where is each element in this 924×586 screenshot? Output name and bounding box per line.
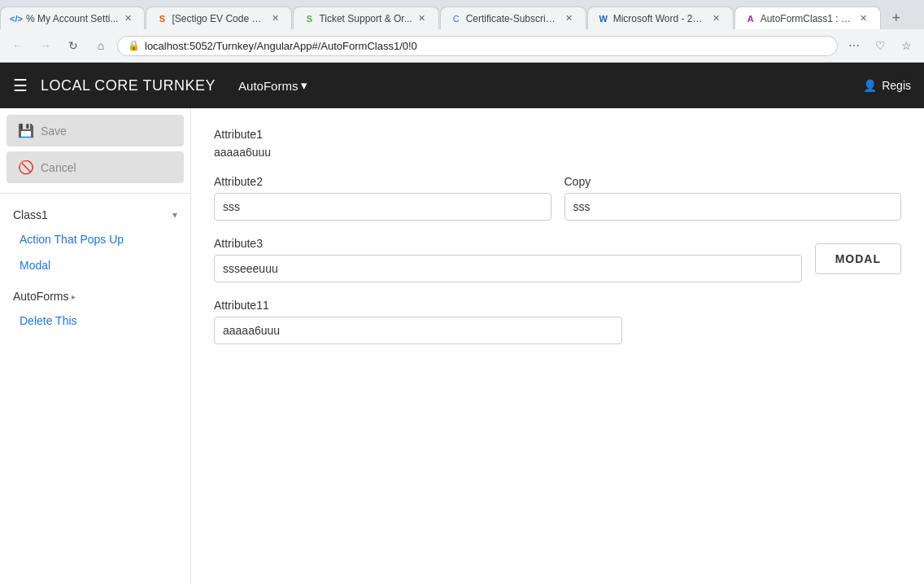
user-label: Regis	[882, 79, 911, 92]
modal-btn-col: MODAL	[815, 243, 901, 276]
modal-button[interactable]: MODAL	[815, 243, 901, 274]
class1-header[interactable]: Class1 ▾	[7, 203, 184, 226]
app-title: LOCAL CORE TURNKEY	[41, 77, 216, 94]
attribute2-row: Attribute2 Copy	[214, 175, 901, 221]
class1-arrow: ▾	[172, 209, 177, 221]
modal-label: Modal	[20, 259, 50, 272]
attribute1-value: aaaaa6uuu	[214, 146, 901, 159]
user-area: 👤 Regis	[863, 79, 911, 92]
tab-icon-1: </>	[11, 13, 22, 24]
attribute11-label: Attribute11	[214, 299, 901, 312]
tab-label-5: Microsoft Word - 2018-1...	[613, 13, 707, 24]
sidebar-item-delete[interactable]: Delete This	[7, 308, 184, 334]
tab-label-4: Certificate-Subscriber-A...	[466, 13, 560, 24]
sidebar-item-action-popup[interactable]: Action That Pops Up	[7, 226, 184, 252]
tab-icon-6: A	[745, 13, 756, 24]
attribute1-row: Attribute1 aaaaa6uuu	[214, 128, 901, 159]
cancel-button[interactable]: 🚫 Cancel	[7, 151, 184, 183]
more-button[interactable]: ⋯	[843, 34, 865, 57]
autoforms-nav-label: AutoForms	[238, 79, 298, 93]
url-bar[interactable]: 🔒 localhost:5052/Turnkey/AngularApp#/Aut…	[117, 36, 838, 56]
attribute2-input[interactable]	[214, 193, 551, 221]
tab-label-6: AutoFormClass1 : Cl...	[761, 13, 854, 24]
delete-label: Delete This	[20, 314, 77, 327]
new-tab-button[interactable]: +	[885, 7, 908, 29]
autoforms-subgroup-label: AutoForms	[13, 290, 68, 303]
autoforms-nav-arrow: ▾	[301, 78, 307, 93]
tab-close-5[interactable]: ✕	[710, 12, 723, 25]
tab-close-3[interactable]: ✕	[416, 12, 429, 25]
lock-icon: 🔒	[128, 40, 140, 51]
browser-chrome: </> % My Account Setti... ✕ S [Sectigo E…	[0, 0, 924, 63]
attribute3-input[interactable]	[214, 255, 802, 282]
forward-button[interactable]: →	[34, 34, 57, 57]
hamburger-icon[interactable]: ☰	[13, 76, 28, 95]
tab-icon-4: C	[451, 13, 462, 24]
tab-autoform[interactable]: A AutoFormClass1 : Cl... ✕	[734, 7, 881, 29]
tab-certificate[interactable]: C Certificate-Subscriber-A... ✕	[440, 7, 586, 29]
autoforms-nav-menu[interactable]: AutoForms ▾	[229, 73, 317, 98]
url-text: localhost:5052/Turnkey/AngularApp#/AutoF…	[145, 40, 417, 52]
attribute2-col: Attribute2	[214, 175, 551, 221]
attribute3-row: Attribute3 MODAL	[214, 237, 901, 282]
tab-label-1: % My Account Setti...	[26, 13, 118, 24]
sidebar-actions: 💾 Save 🚫 Cancel	[0, 108, 190, 190]
copy-label: Copy	[564, 175, 902, 188]
tab-ticket[interactable]: S Ticket Support & Or... ✕	[293, 7, 438, 29]
tab-label-3: Ticket Support & Or...	[319, 13, 412, 24]
autoforms-subgroup-header[interactable]: AutoForms ▸	[7, 285, 184, 308]
app: ☰ LOCAL CORE TURNKEY AutoForms ▾ 👤 Regis…	[0, 63, 924, 584]
tab-icon-3: S	[303, 13, 315, 24]
tab-close-1[interactable]: ✕	[121, 12, 134, 25]
sidebar-item-modal[interactable]: Modal	[7, 252, 184, 278]
user-icon: 👤	[863, 79, 877, 92]
attribute11-input[interactable]	[214, 317, 622, 344]
browser-actions: ⋯ ♡ ☆	[843, 34, 917, 57]
cancel-icon: 🚫	[18, 160, 34, 175]
attribute2-label: Attribute2	[214, 175, 551, 188]
save-button[interactable]: 💾 Save	[7, 115, 184, 146]
save-label: Save	[41, 125, 67, 138]
refresh-button[interactable]: ↻	[62, 34, 85, 57]
home-button[interactable]: ⌂	[89, 34, 112, 57]
tab-sectigo[interactable]: S [Sectigo EV Code Signin... ✕	[146, 7, 292, 29]
bookmark-icon[interactable]: ♡	[869, 34, 891, 57]
tab-close-4[interactable]: ✕	[563, 12, 576, 25]
address-bar: ← → ↻ ⌂ 🔒 localhost:5052/Turnkey/Angular…	[0, 29, 924, 62]
autoforms-subgroup-arrow: ▸	[72, 292, 76, 301]
cancel-label: Cancel	[41, 161, 76, 174]
attribute3-col: Attribute3	[214, 237, 802, 282]
tab-icon-5: W	[598, 13, 609, 24]
modal-button-label: MODAL	[835, 252, 881, 265]
sidebar: 💾 Save 🚫 Cancel Class1 ▾ Action That Pop…	[0, 108, 191, 584]
star-icon[interactable]: ☆	[895, 34, 917, 57]
save-icon: 💾	[18, 123, 34, 138]
tab-my-account[interactable]: </> % My Account Setti... ✕	[0, 7, 145, 29]
tab-close-2[interactable]: ✕	[268, 12, 281, 25]
tab-word[interactable]: W Microsoft Word - 2018-1... ✕	[587, 7, 734, 29]
tab-icon-2: S	[156, 13, 168, 24]
attribute1-label: Attribute1	[214, 128, 901, 141]
class1-label: Class1	[13, 208, 48, 221]
attribute3-label: Attribute3	[214, 237, 802, 250]
tab-label-2: [Sectigo EV Code Signin...	[172, 13, 265, 24]
back-button[interactable]: ←	[7, 34, 29, 57]
content-area: Attribute1 aaaaa6uuu Attribute2 Copy Att…	[191, 108, 924, 584]
copy-col: Copy	[564, 175, 902, 221]
attribute11-row: Attribute11	[214, 299, 901, 344]
copy-input[interactable]	[564, 193, 902, 221]
sidebar-class1-section: Class1 ▾ Action That Pops Up Modal	[0, 197, 190, 278]
top-nav: ☰ LOCAL CORE TURNKEY AutoForms ▾ 👤 Regis	[0, 63, 924, 108]
action-popup-label: Action That Pops Up	[20, 233, 124, 246]
main-layout: 💾 Save 🚫 Cancel Class1 ▾ Action That Pop…	[0, 108, 924, 584]
tab-bar: </> % My Account Setti... ✕ S [Sectigo E…	[0, 0, 924, 29]
sidebar-divider	[0, 193, 190, 194]
sidebar-autoforms-subgroup: AutoForms ▸ Delete This	[0, 278, 190, 334]
tab-close-6[interactable]: ✕	[857, 12, 870, 25]
